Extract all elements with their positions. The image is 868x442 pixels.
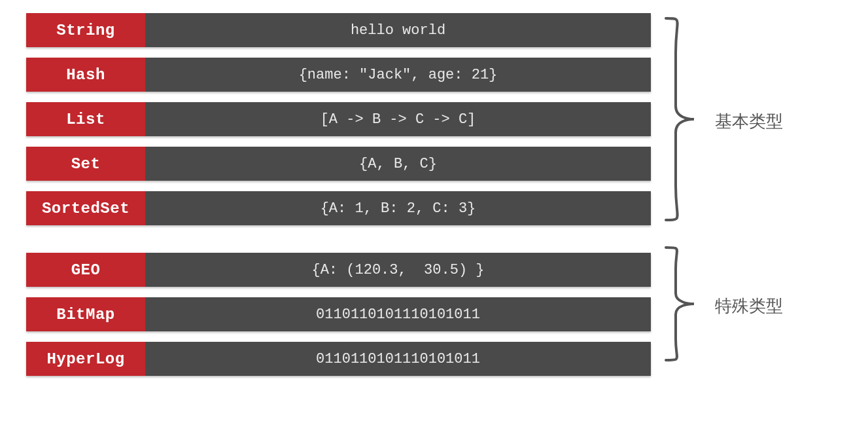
group-annotation: 基本类型 <box>715 110 783 133</box>
data-row: List [A -> B -> C -> C] <box>26 102 651 136</box>
type-label: Hash <box>26 58 145 92</box>
annotations-column: 基本类型 特殊类型 <box>663 13 859 432</box>
data-row: HyperLog 0110110101110101011 <box>26 342 651 376</box>
data-row: Set {A, B, C} <box>26 147 651 181</box>
type-label: SortedSet <box>26 191 145 225</box>
brace-icon <box>663 242 699 365</box>
data-row: String hello world <box>26 13 651 47</box>
rows-column: String hello world Hash {name: "Jack", a… <box>26 13 651 376</box>
type-example: 0110110101110101011 <box>145 342 651 376</box>
brace-icon <box>663 13 699 225</box>
data-row: GEO {A: (120.3, 30.5) } <box>26 253 651 287</box>
type-example: {A: 1, B: 2, C: 3} <box>145 191 651 225</box>
diagram-container: String hello world Hash {name: "Jack", a… <box>26 13 868 432</box>
data-row: BitMap 0110110101110101011 <box>26 297 651 331</box>
type-example: 0110110101110101011 <box>145 297 651 331</box>
data-row: SortedSet {A: 1, B: 2, C: 3} <box>26 191 651 225</box>
type-example: [A -> B -> C -> C] <box>145 102 651 136</box>
type-label: List <box>26 102 145 136</box>
type-label: HyperLog <box>26 342 145 376</box>
type-example: {A: (120.3, 30.5) } <box>145 253 651 287</box>
type-label: GEO <box>26 253 145 287</box>
type-example: {name: "Jack", age: 21} <box>145 58 651 92</box>
type-example: hello world <box>145 13 651 47</box>
type-label: String <box>26 13 145 47</box>
type-label: Set <box>26 147 145 181</box>
type-example: {A, B, C} <box>145 147 651 181</box>
group-annotation: 特殊类型 <box>715 295 783 318</box>
type-label: BitMap <box>26 297 145 331</box>
data-row: Hash {name: "Jack", age: 21} <box>26 58 651 92</box>
